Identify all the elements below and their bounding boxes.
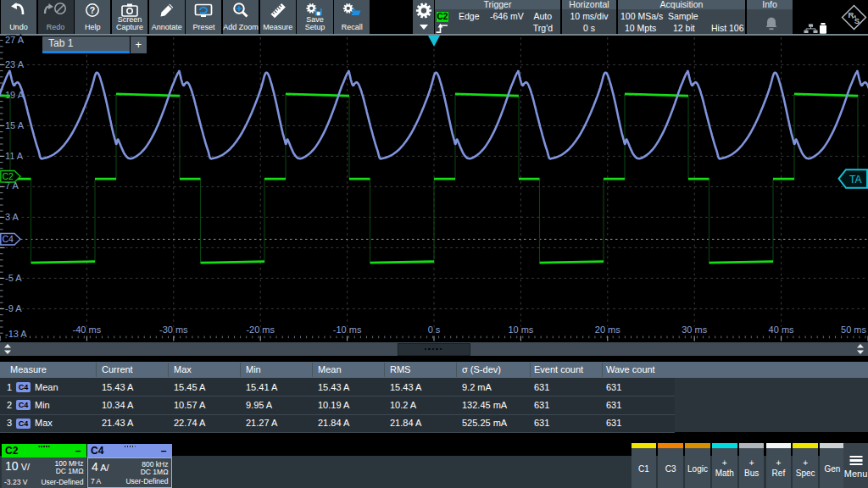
svg-text:3 A: 3 A	[5, 212, 19, 222]
svg-text:TA: TA	[849, 174, 861, 186]
svg-text:20 ms: 20 ms	[595, 324, 620, 335]
svg-text:11 A: 11 A	[5, 151, 24, 161]
svg-text:30 ms: 30 ms	[682, 324, 707, 335]
svg-text:40 ms: 40 ms	[769, 324, 794, 335]
svg-text:-40 ms: -40 ms	[73, 324, 102, 335]
svg-text:-30 ms: -30 ms	[159, 324, 188, 335]
svg-text:15 A: 15 A	[5, 120, 25, 130]
svg-text:-9 A: -9 A	[5, 303, 22, 313]
svg-text:27 A: 27 A	[5, 35, 25, 45]
svg-text:50 ms: 50 ms	[841, 324, 866, 335]
svg-text:-13 A: -13 A	[5, 329, 27, 339]
svg-text:C4: C4	[3, 234, 14, 244]
svg-text:-20 ms: -20 ms	[246, 324, 275, 335]
svg-text:C2: C2	[3, 171, 14, 181]
svg-text:23 A: 23 A	[5, 59, 25, 69]
svg-text:10 ms: 10 ms	[508, 324, 533, 335]
svg-text:-5 A: -5 A	[5, 273, 22, 283]
svg-text:-10 ms: -10 ms	[333, 324, 362, 335]
svg-text:0 s: 0 s	[428, 324, 441, 335]
